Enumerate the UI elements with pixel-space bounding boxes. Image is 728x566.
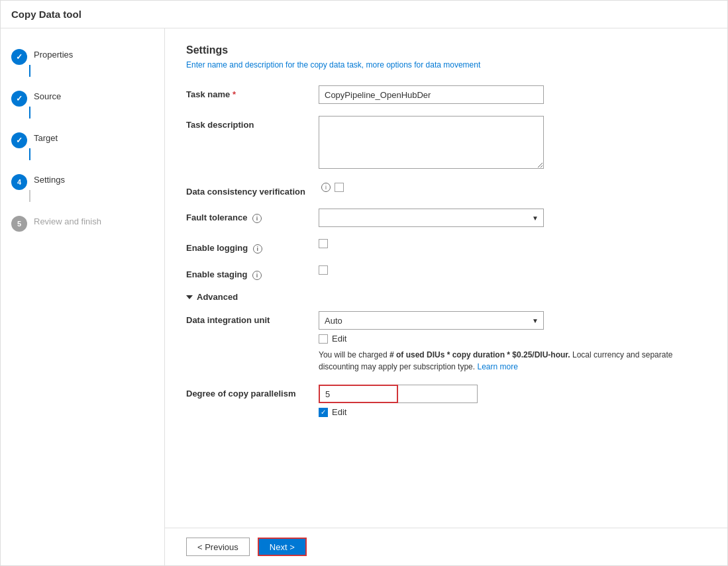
edit-label-diu: Edit	[332, 334, 346, 344]
sidebar-label-settings: Settings	[34, 173, 65, 185]
fault-tolerance-dropdown-wrapper: ▼	[319, 209, 544, 227]
enable-logging-label: Enable logging i	[186, 239, 319, 254]
data-consistency-row: Data consistency verification i	[186, 183, 706, 197]
fault-tolerance-control: ▼	[319, 209, 706, 227]
fault-tolerance-label: Fault tolerance i	[186, 209, 319, 223]
task-name-input[interactable]	[319, 85, 544, 104]
step-circle-properties	[11, 49, 27, 65]
edit-checkbox-diu[interactable]	[319, 334, 328, 344]
data-integration-control: Auto ▼ Edit You will be charged # of use…	[319, 311, 706, 373]
task-name-control	[319, 85, 706, 104]
enable-logging-checkbox[interactable]	[319, 239, 328, 248]
data-integration-select[interactable]: Auto	[319, 311, 544, 330]
sidebar-label-properties: Properties	[34, 48, 73, 60]
step-circle-settings: 4	[11, 174, 27, 190]
step-circle-target	[11, 132, 27, 148]
charge-text-bold: # of used DIUs * copy duration * $0.25/D…	[390, 350, 570, 359]
step-connector-1	[29, 65, 30, 77]
enable-staging-row: Enable staging i	[186, 265, 706, 280]
step-connector-2	[29, 107, 30, 118]
step-circle-review: 5	[11, 216, 27, 232]
sidebar-label-target: Target	[34, 132, 58, 143]
enable-logging-row: Enable logging i	[186, 239, 706, 254]
data-consistency-checkbox[interactable]	[335, 183, 344, 192]
sidebar-label-source: Source	[34, 90, 61, 101]
sidebar-item-target[interactable]: Target	[1, 125, 164, 167]
advanced-label: Advanced	[197, 292, 238, 302]
section-title: Settings	[186, 44, 706, 56]
charge-text-part1: You will be charged	[319, 350, 390, 359]
enable-staging-info-icon[interactable]: i	[252, 271, 262, 280]
previous-button[interactable]: < Previous	[186, 538, 250, 556]
task-description-control	[319, 116, 706, 171]
edit-label-parallelism: Edit	[332, 407, 346, 417]
task-description-label: Task description	[186, 116, 319, 130]
sidebar-item-settings[interactable]: 4 Settings	[1, 167, 164, 209]
task-description-input[interactable]	[319, 116, 544, 169]
sidebar-label-review: Review and finish	[34, 215, 101, 226]
sidebar: Properties Source Target	[1, 28, 165, 565]
data-integration-row: Data integration unit Auto ▼ Edit	[186, 311, 706, 373]
task-name-required: *	[233, 89, 236, 99]
task-name-label: Task name *	[186, 85, 319, 99]
edit-checkbox-parallelism[interactable]	[319, 408, 328, 417]
advanced-collapse-icon	[186, 295, 193, 299]
panel-footer: < Previous Next >	[165, 528, 727, 565]
edit-row-parallelism: Edit	[319, 407, 706, 417]
enable-staging-label: Enable staging i	[186, 265, 319, 280]
app-title: Copy Data tool	[11, 9, 81, 20]
advanced-section: Advanced Data integration unit Auto ▼	[186, 292, 706, 417]
data-integration-label: Data integration unit	[186, 311, 319, 325]
right-panel: Settings Enter name and description for …	[165, 28, 727, 565]
charge-text: You will be charged # of used DIUs * cop…	[319, 349, 703, 373]
degree-parallelism-input[interactable]	[319, 385, 398, 403]
next-label: Next >	[270, 542, 295, 552]
advanced-header[interactable]: Advanced	[186, 292, 706, 302]
learn-more-link[interactable]: Learn more	[477, 362, 517, 371]
degree-parallelism-input-2[interactable]	[398, 385, 478, 403]
degree-parallelism-control: Edit	[319, 385, 706, 417]
task-name-row: Task name *	[186, 85, 706, 104]
step-connector-3	[29, 148, 30, 160]
sidebar-item-properties[interactable]: Properties	[1, 42, 164, 83]
next-button[interactable]: Next >	[258, 538, 307, 556]
data-integration-dropdown-wrapper: Auto ▼	[319, 311, 544, 330]
data-consistency-checkbox-row: i	[319, 183, 706, 192]
data-consistency-label: Data consistency verification	[186, 183, 319, 197]
fault-tolerance-select[interactable]	[319, 209, 544, 227]
fault-tolerance-row: Fault tolerance i ▼	[186, 209, 706, 227]
task-description-row: Task description	[186, 116, 706, 171]
degree-parallelism-label: Degree of copy parallelism	[186, 385, 319, 399]
step-circle-source	[11, 91, 27, 107]
panel-content: Settings Enter name and description for …	[165, 28, 727, 528]
enable-staging-control	[319, 265, 706, 277]
sidebar-item-review[interactable]: 5 Review and finish	[1, 209, 164, 238]
edit-row-diu: Edit	[319, 334, 706, 344]
sidebar-item-source[interactable]: Source	[1, 83, 164, 125]
step-connector-4	[29, 190, 30, 202]
parallelism-inputs	[319, 385, 706, 403]
data-consistency-info-icon[interactable]: i	[321, 183, 331, 192]
title-bar: Copy Data tool	[1, 1, 727, 28]
previous-label: < Previous	[197, 542, 238, 552]
enable-logging-control	[319, 239, 706, 250]
fault-tolerance-info-icon[interactable]: i	[252, 214, 262, 223]
enable-staging-checkbox[interactable]	[319, 265, 328, 275]
enable-logging-info-icon[interactable]: i	[253, 244, 262, 254]
section-subtitle: Enter name and description for the copy …	[186, 60, 706, 70]
degree-parallelism-row: Degree of copy parallelism Edit	[186, 385, 706, 417]
data-consistency-control: i	[319, 183, 706, 192]
